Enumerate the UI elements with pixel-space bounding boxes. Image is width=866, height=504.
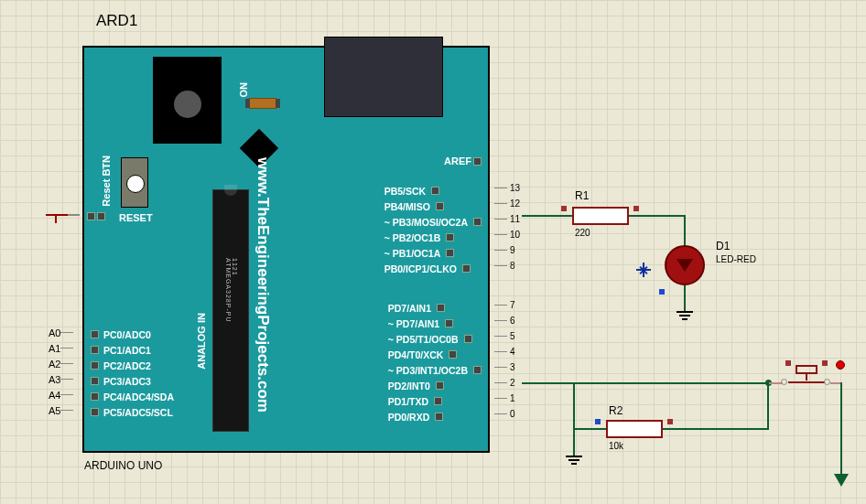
pin-a2[interactable]: [91, 361, 99, 370]
pin-label: ~ PD5/T1/OC0B: [388, 334, 463, 345]
ext-label: A2: [49, 359, 60, 370]
wire: [522, 382, 769, 384]
analog-in-label: ANALOG IN: [196, 313, 207, 370]
pin-2[interactable]: [436, 381, 444, 390]
button-terminal: [824, 379, 830, 385]
board-name-label: ARDUINO UNO: [84, 459, 162, 472]
pin-a4[interactable]: [91, 392, 99, 401]
digital-pins-low: PD7/AIN1 ~ PD7/AIN1 ~ PD5/T1/OC0B PD4/T0…: [388, 300, 482, 424]
pin-label: PC2/ADC2: [100, 360, 151, 371]
d1-value: LED-RED: [716, 254, 756, 264]
pin-label: PC1/ADC1: [100, 345, 151, 356]
pin-label: PB4/MISO: [384, 201, 435, 212]
marker: [667, 419, 673, 424]
reset-header: [86, 209, 106, 223]
ext-label: A5: [49, 405, 60, 416]
digital-high-numbers: 13 12 11 10 9 8: [494, 180, 523, 273]
pin-label: PD7/AIN1: [388, 303, 436, 314]
wire: [684, 215, 686, 248]
analog-ext-labels: A0 A1 A2 A3 A4 A5: [49, 325, 73, 418]
pin-a5[interactable]: [91, 408, 99, 416]
ref-designator: ARD1: [96, 12, 137, 30]
wire: [840, 382, 842, 474]
pin-num: 10: [507, 230, 523, 240]
r2-name: R2: [609, 404, 622, 417]
reset-btn-label: Reset BTN: [101, 155, 112, 207]
pin-label: PD0/RXD: [388, 412, 435, 423]
pin-a1[interactable]: [91, 346, 99, 354]
pin-label: ~ PD3/INT1/OC2B: [388, 365, 472, 376]
pin-1[interactable]: [434, 397, 442, 405]
svg-rect-1: [796, 366, 817, 373]
wire: [573, 382, 575, 428]
aref-label: AREF: [444, 155, 471, 166]
pin-num: 3: [507, 362, 518, 372]
reset-terminal-hline: [46, 214, 68, 216]
pin-9[interactable]: [446, 249, 454, 257]
ext-label: A1: [49, 343, 60, 354]
pin-0[interactable]: [435, 413, 443, 421]
led-d1[interactable]: [665, 245, 705, 285]
marker: [822, 360, 828, 366]
pin-4[interactable]: [449, 350, 457, 359]
pin-8[interactable]: [462, 264, 471, 273]
pin-num: 2: [507, 378, 518, 388]
marker: [595, 419, 601, 424]
chip-marking: 1121ATMEGA328P-PU: [225, 258, 238, 322]
pin-num: 4: [507, 347, 518, 357]
reset-stub: [67, 214, 80, 216]
wire: [573, 428, 606, 430]
marker: [633, 206, 639, 211]
pin-num: 9: [507, 245, 518, 255]
ground-symbol: [677, 311, 693, 320]
probe-indicator: [836, 360, 845, 370]
smd-resistor: [249, 98, 276, 109]
pin-7[interactable]: [437, 304, 445, 312]
pin-5[interactable]: [464, 335, 472, 343]
pin-num: 12: [507, 198, 523, 209]
pin-label: PC5/ADC5/SCL: [100, 407, 173, 418]
r2-value: 10k: [609, 441, 623, 451]
pin-a0[interactable]: [91, 330, 99, 338]
pin-label: PD2/INT0: [388, 381, 435, 391]
reset-pin-label: RESET: [119, 212, 153, 223]
aref-pin[interactable]: [473, 157, 482, 166]
pin-11[interactable]: [473, 218, 482, 226]
pin-num: 1: [507, 393, 518, 403]
ext-label: A4: [49, 390, 60, 401]
ext-label: A3: [49, 374, 60, 385]
wire: [629, 215, 686, 217]
pin-num: 13: [507, 183, 523, 193]
pin-label: ~ PB1/OC1A: [384, 248, 446, 259]
pin-num: 7: [507, 300, 518, 310]
wire: [663, 428, 768, 430]
wire: [767, 382, 769, 430]
ground-symbol: [566, 456, 582, 465]
pin-3[interactable]: [473, 366, 482, 374]
r1-value: 220: [575, 228, 590, 238]
pin-a3[interactable]: [91, 377, 99, 385]
pin-label: PD1/TXD: [388, 396, 433, 407]
on-led-label: ON: [238, 82, 249, 98]
resistor-r2[interactable]: [606, 420, 663, 438]
pin-label: PB0/ICP1/CLKO: [384, 263, 461, 274]
pin-6[interactable]: [445, 319, 453, 327]
pin-13[interactable]: [431, 187, 439, 195]
pin-label: PD4/T0/XCK: [388, 349, 449, 360]
pin-label: ~ PB2/OC1B: [384, 232, 446, 243]
power-jack: [153, 57, 222, 144]
pin-label: PB5/SCK: [384, 186, 431, 197]
pin-label: ~ PB3/MOSI/OC2A: [384, 217, 472, 228]
analog-pins: PC0/ADC0 PC1/ADC1 PC2/ADC2 PC3/ADC3 PC4/…: [90, 327, 174, 420]
digital-pins-high: PB5/SCK PB4/MISO ~ PB3/MOSI/OC2A ~ PB2/O…: [384, 183, 482, 276]
pin-12[interactable]: [436, 202, 444, 210]
triangle-icon: [677, 259, 693, 272]
pin-label: PC4/ADC4/SDA: [100, 391, 174, 402]
pin-10[interactable]: [446, 233, 454, 241]
marker: [659, 289, 665, 295]
resistor-r1[interactable]: [572, 207, 629, 225]
wire: [573, 428, 575, 456]
reset-button[interactable]: [121, 157, 148, 208]
digital-low-numbers: 7 6 5 4 3 2 1 0: [494, 297, 518, 422]
pin-num: 11: [507, 214, 523, 224]
